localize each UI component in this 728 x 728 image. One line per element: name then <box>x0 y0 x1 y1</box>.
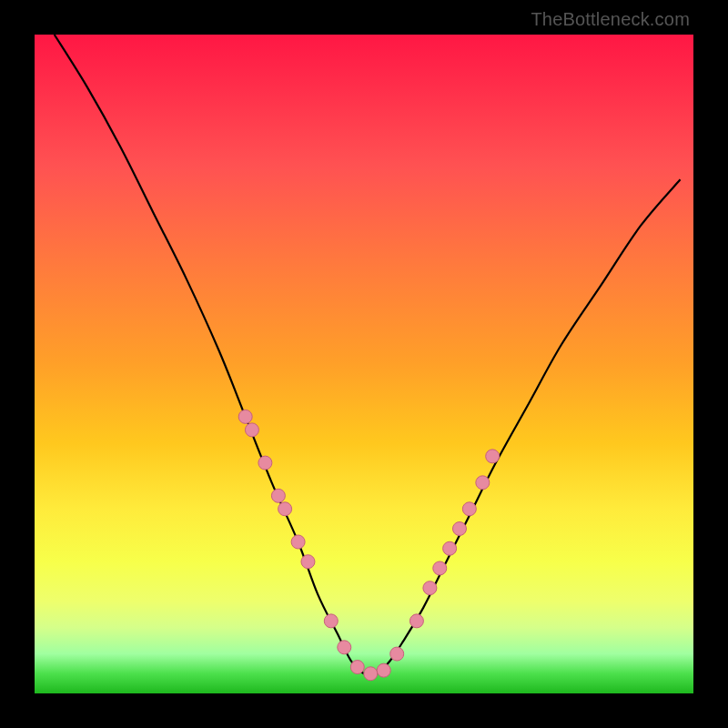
marker-dot <box>390 647 404 661</box>
curve-path <box>55 35 681 675</box>
marker-dot <box>301 555 315 569</box>
marker-dot <box>338 641 351 654</box>
marker-dot <box>462 502 476 516</box>
marker-dot <box>377 663 390 677</box>
marker-dot <box>423 581 437 595</box>
marker-dot <box>291 535 305 549</box>
marker-dot <box>324 614 338 628</box>
marker-dot <box>443 541 457 555</box>
marker-group <box>238 410 500 680</box>
watermark-text: TheBottleneck.com <box>531 9 690 30</box>
marker-dot <box>364 667 378 681</box>
marker-dot <box>258 456 272 470</box>
marker-dot <box>271 489 285 502</box>
chart-svg <box>35 35 693 693</box>
plot-gradient-background <box>35 35 693 693</box>
marker-dot <box>452 522 466 536</box>
marker-dot <box>238 410 252 423</box>
marker-dot <box>486 450 500 463</box>
marker-dot <box>350 661 364 674</box>
marker-dot <box>410 614 423 628</box>
marker-dot <box>245 423 258 437</box>
marker-dot <box>278 502 292 516</box>
marker-dot <box>476 476 490 490</box>
marker-dot <box>433 561 447 575</box>
